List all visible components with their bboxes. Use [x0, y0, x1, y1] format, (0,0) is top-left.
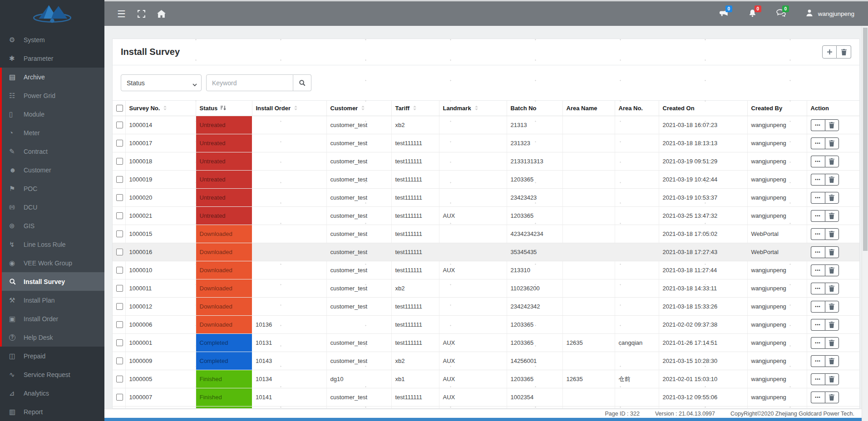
row-more-button[interactable]: •••	[811, 246, 825, 258]
row-delete-button[interactable]	[825, 301, 839, 313]
row-select-cell[interactable]	[113, 152, 125, 171]
sidebar-item-install-survey[interactable]: Install Survey	[0, 272, 104, 291]
search-button[interactable]	[293, 74, 311, 91]
row-more-button[interactable]: •••	[811, 337, 825, 349]
row-select-cell[interactable]	[113, 225, 125, 243]
row-select-cell[interactable]	[113, 189, 125, 207]
alerts-button[interactable]: 0	[749, 9, 756, 19]
sidebar-item-contract[interactable]: ✎Contract	[0, 142, 104, 161]
sidebar-item-archive[interactable]: ▤Archive	[0, 68, 104, 86]
row-delete-button[interactable]	[825, 137, 839, 149]
row-delete-button[interactable]	[825, 264, 839, 276]
row-delete-button[interactable]	[825, 228, 839, 240]
row-checkbox[interactable]	[116, 303, 123, 310]
row-checkbox[interactable]	[116, 122, 123, 128]
row-delete-button[interactable]	[825, 174, 839, 186]
scrollbar-thumb[interactable]	[863, 28, 868, 251]
row-more-button[interactable]: •••	[811, 283, 825, 294]
row-more-button[interactable]: •••	[811, 355, 825, 367]
row-select-cell[interactable]	[113, 116, 125, 134]
add-button[interactable]	[822, 45, 837, 59]
row-select-cell[interactable]	[113, 370, 125, 388]
row-more-button[interactable]: •••	[811, 210, 825, 222]
sidebar-item-analytics[interactable]: ⊿Analytics	[0, 384, 104, 402]
row-select-cell[interactable]	[113, 316, 125, 334]
row-select-cell[interactable]	[113, 207, 125, 225]
row-checkbox[interactable]	[116, 212, 123, 219]
row-checkbox[interactable]	[116, 140, 123, 147]
row-checkbox[interactable]	[116, 230, 123, 237]
sidebar-item-install-plan[interactable]: ⚒Install Plan	[0, 291, 104, 309]
sidebar-item-service-request[interactable]: ∿Service Request	[0, 365, 104, 384]
row-checkbox[interactable]	[116, 194, 123, 201]
window-scrollbar[interactable]	[862, 26, 868, 421]
row-checkbox[interactable]	[116, 285, 123, 292]
row-more-button[interactable]: •••	[811, 192, 825, 204]
row-more-button[interactable]: •••	[811, 156, 825, 167]
row-delete-button[interactable]	[825, 119, 839, 131]
column-header-tariff[interactable]: Tariff	[391, 101, 439, 116]
sidebar-item-poc[interactable]: ⚑POC	[0, 179, 104, 198]
row-select-cell[interactable]	[113, 243, 125, 261]
sidebar-item-power-grid[interactable]: ☷Power Grid	[0, 86, 104, 105]
row-checkbox[interactable]	[116, 176, 123, 183]
row-delete-button[interactable]	[825, 355, 839, 367]
row-delete-button[interactable]	[825, 210, 839, 222]
row-delete-button[interactable]	[825, 156, 839, 167]
sidebar-item-dcu[interactable]: ((•))DCU	[0, 198, 104, 216]
row-checkbox[interactable]	[116, 376, 123, 382]
row-delete-button[interactable]	[825, 337, 839, 349]
announcements-button[interactable]: 0	[720, 9, 729, 19]
row-select-cell[interactable]	[113, 134, 125, 152]
home-icon[interactable]	[157, 10, 166, 18]
select-all-checkbox[interactable]	[116, 105, 123, 112]
row-select-cell[interactable]	[113, 334, 125, 352]
messages-button[interactable]: 0	[776, 9, 786, 18]
row-select-cell[interactable]	[113, 352, 125, 370]
row-checkbox[interactable]	[116, 249, 123, 255]
app-logo[interactable]	[0, 0, 104, 26]
delete-button[interactable]	[837, 45, 851, 59]
column-header-status[interactable]: Status	[196, 101, 252, 116]
sidebar-item-report[interactable]: ▥Report	[0, 402, 104, 421]
fullscreen-icon[interactable]	[138, 10, 145, 18]
row-select-cell[interactable]	[113, 298, 125, 316]
row-more-button[interactable]: •••	[811, 137, 825, 149]
row-checkbox[interactable]	[116, 394, 123, 401]
sidebar-item-prepaid[interactable]: ◫Prepaid	[0, 347, 104, 365]
row-delete-button[interactable]	[825, 283, 839, 294]
row-select-cell[interactable]	[113, 261, 125, 279]
row-more-button[interactable]: •••	[811, 392, 825, 403]
sidebar-item-meter[interactable]: ◔Meter	[0, 123, 104, 142]
row-delete-button[interactable]	[825, 392, 839, 403]
row-checkbox[interactable]	[116, 321, 123, 328]
row-select-cell[interactable]	[113, 171, 125, 189]
status-select[interactable]: Status	[121, 74, 202, 91]
row-more-button[interactable]: •••	[811, 119, 825, 131]
row-delete-button[interactable]	[825, 246, 839, 258]
row-checkbox[interactable]	[116, 158, 123, 165]
column-header-install-order[interactable]: Install Order	[252, 101, 326, 116]
row-delete-button[interactable]	[825, 373, 839, 385]
row-select-cell[interactable]	[113, 388, 125, 406]
row-more-button[interactable]: •••	[811, 174, 825, 186]
row-more-button[interactable]: •••	[811, 373, 825, 385]
row-checkbox[interactable]	[116, 267, 123, 274]
sidebar-item-install-order[interactable]: ▣Install Order	[0, 309, 104, 328]
column-header-survey-no-[interactable]: Survey No.	[125, 101, 196, 116]
row-select-cell[interactable]	[113, 279, 125, 298]
row-delete-button[interactable]	[825, 319, 839, 331]
sidebar-item-system[interactable]: ⚙System	[0, 30, 104, 49]
sidebar-item-line-loss-rule[interactable]: ↯Line Loss Rule	[0, 235, 104, 254]
select-all-header[interactable]	[113, 101, 125, 116]
column-header-landmark[interactable]: Landmark	[439, 101, 507, 116]
keyword-input[interactable]	[206, 74, 293, 91]
sidebar-item-parameter[interactable]: ✱Parameter	[0, 49, 104, 68]
row-checkbox[interactable]	[116, 357, 123, 364]
menu-toggle-icon[interactable]: ☰	[117, 9, 126, 19]
user-menu[interactable]: wangjunpeng	[806, 9, 854, 18]
sidebar-item-vee-work-group[interactable]: ◉VEE Work Group	[0, 254, 104, 272]
column-header-customer[interactable]: Customer	[326, 101, 391, 116]
sidebar-item-customer[interactable]: ☻Customer	[0, 161, 104, 179]
row-checkbox[interactable]	[116, 339, 123, 346]
